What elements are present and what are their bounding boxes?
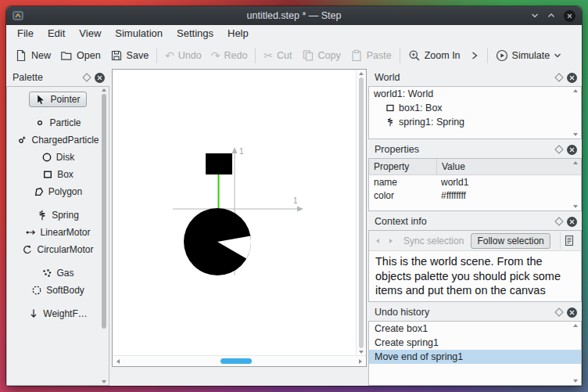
panel-close-icon[interactable] bbox=[95, 73, 105, 83]
scrollbar-track[interactable] bbox=[124, 358, 355, 364]
world-scrollbar[interactable] bbox=[572, 89, 579, 136]
tree-item-world1[interactable]: world1: World bbox=[369, 87, 581, 101]
palette-item-chargedparticle[interactable]: ChargedParticle bbox=[10, 132, 105, 148]
scroll-down-icon[interactable] bbox=[573, 205, 578, 208]
sync-selection-button[interactable]: Sync selection bbox=[399, 234, 468, 248]
menu-help[interactable]: Help bbox=[220, 25, 256, 42]
new-button[interactable]: New bbox=[10, 47, 56, 64]
simulation-canvas[interactable]: 1 1 bbox=[112, 69, 367, 367]
spring-icon bbox=[385, 117, 395, 127]
tree-item-box1[interactable]: box1: Box bbox=[369, 101, 581, 115]
property-value[interactable]: world1 bbox=[436, 177, 581, 188]
forward-button[interactable] bbox=[385, 239, 396, 243]
scroll-up-icon[interactable] bbox=[573, 89, 578, 92]
follow-selection-button[interactable]: Follow selection bbox=[471, 233, 550, 249]
simulate-button[interactable]: Simulate bbox=[491, 47, 567, 64]
palette-body: Pointer Particle ChargedParticle bbox=[6, 86, 109, 386]
scroll-up-icon[interactable] bbox=[359, 72, 364, 75]
panel-float-icon[interactable] bbox=[554, 145, 563, 153]
undo-item-create-box1[interactable]: Create box1 bbox=[369, 322, 581, 336]
panel-float-icon[interactable] bbox=[554, 307, 563, 316]
panel-close-icon[interactable] bbox=[567, 73, 577, 83]
main-area: Palette Pointer Partic bbox=[6, 69, 582, 386]
column-header-property[interactable]: Property bbox=[369, 159, 437, 174]
undo-item-create-spring1[interactable]: Create spring1 bbox=[369, 336, 581, 350]
panel-float-icon[interactable] bbox=[554, 217, 563, 225]
menu-simulation[interactable]: Simulation bbox=[108, 25, 170, 42]
chevron-left-icon bbox=[376, 239, 379, 243]
palette-scrollbar[interactable] bbox=[99, 88, 108, 383]
undo-history-scrollbar[interactable] bbox=[572, 324, 579, 383]
scroll-up-icon[interactable] bbox=[573, 161, 578, 164]
palette-item-spring[interactable]: Spring bbox=[30, 207, 85, 223]
palette-item-disk[interactable]: Disk bbox=[35, 149, 81, 165]
panel-float-icon[interactable] bbox=[554, 73, 563, 81]
property-row-name[interactable]: name world1 bbox=[369, 175, 581, 189]
minimize-icon[interactable] bbox=[531, 13, 539, 19]
properties-table-header[interactable]: Property Value bbox=[369, 159, 581, 175]
menu-settings[interactable]: Settings bbox=[170, 25, 220, 42]
panel-close-icon[interactable] bbox=[567, 307, 577, 318]
tree-item-label: box1: Box bbox=[399, 102, 443, 113]
redo-button[interactable]: ↷ Redo bbox=[206, 48, 253, 63]
scroll-left-icon[interactable] bbox=[117, 359, 120, 364]
menu-view[interactable]: View bbox=[72, 25, 108, 42]
open-button[interactable]: Open bbox=[56, 47, 106, 64]
property-value[interactable]: #ffffffff bbox=[436, 190, 581, 201]
canvas-horizontal-scrollbar[interactable] bbox=[113, 355, 366, 366]
tree-item-spring1[interactable]: spring1: Spring bbox=[369, 115, 581, 129]
box1-shape[interactable] bbox=[206, 153, 232, 174]
canvas-vertical-scrollbar[interactable] bbox=[356, 70, 366, 356]
panel-close-icon[interactable] bbox=[567, 217, 577, 227]
scroll-right-icon[interactable] bbox=[359, 359, 362, 364]
property-row-color[interactable]: color #ffffffff bbox=[369, 189, 581, 202]
panel-close-icon[interactable] bbox=[567, 145, 577, 155]
palette-item-polygon[interactable]: Polygon bbox=[27, 184, 88, 200]
palette-item-label: Particle bbox=[49, 117, 81, 128]
copy-button[interactable]: Copy bbox=[297, 47, 346, 64]
properties-scrollbar[interactable] bbox=[572, 161, 579, 208]
palette-panel: Palette Pointer Partic bbox=[6, 69, 109, 386]
palette-item-softbody[interactable]: SoftBody bbox=[25, 282, 91, 298]
step-window: untitled.step * — Step File Edit View Si… bbox=[6, 6, 582, 386]
properties-title: Properties bbox=[375, 144, 551, 155]
palette-item-box[interactable]: Box bbox=[36, 167, 80, 182]
paste-label: Paste bbox=[367, 50, 392, 61]
properties-table: Property Value name world1 color #ffffff… bbox=[368, 158, 582, 211]
toolbar-overflow-button[interactable] bbox=[465, 48, 484, 63]
palette-item-pointer[interactable]: Pointer bbox=[29, 92, 86, 107]
help-document-button[interactable] bbox=[560, 232, 578, 249]
palette-item-particle[interactable]: Particle bbox=[28, 115, 87, 131]
scrollbar-thumb[interactable] bbox=[359, 77, 364, 348]
palette-item-gas[interactable]: Gas bbox=[35, 265, 80, 281]
scrollbar-thumb[interactable] bbox=[220, 358, 252, 364]
menu-edit[interactable]: Edit bbox=[41, 25, 72, 42]
disk-shape[interactable] bbox=[184, 208, 251, 275]
column-header-value[interactable]: Value bbox=[437, 159, 581, 174]
scroll-down-icon[interactable] bbox=[359, 351, 364, 354]
titlebar[interactable]: untitled.step * — Step bbox=[6, 6, 582, 25]
menubar: File Edit View Simulation Settings Help bbox=[6, 25, 582, 42]
close-icon[interactable] bbox=[564, 10, 575, 22]
toolbar: New Open Save ↶ Undo ↷ Redo ✂ Cut bbox=[6, 42, 582, 69]
polygon-icon bbox=[34, 186, 45, 197]
scroll-up-icon[interactable] bbox=[102, 88, 106, 92]
scroll-down-icon[interactable] bbox=[102, 380, 106, 383]
undo-item-move-end-of-spring1[interactable]: Move end of spring1 bbox=[369, 350, 581, 364]
zoom-in-button[interactable]: Zoom In bbox=[403, 47, 465, 64]
scroll-down-icon[interactable] bbox=[573, 379, 578, 383]
panel-float-icon[interactable] bbox=[82, 73, 91, 81]
maximize-icon[interactable] bbox=[547, 13, 555, 19]
back-button[interactable] bbox=[372, 239, 383, 243]
palette-item-linearmotor[interactable]: LinearMotor bbox=[19, 225, 96, 240]
scrollbar-thumb[interactable] bbox=[102, 94, 106, 329]
undo-button[interactable]: ↶ Undo bbox=[160, 48, 206, 63]
palette-item-circularmotor[interactable]: CircularMotor bbox=[16, 242, 99, 257]
cut-button[interactable]: ✂ Cut bbox=[259, 48, 296, 63]
save-button[interactable]: Save bbox=[106, 47, 154, 64]
menu-file[interactable]: File bbox=[10, 25, 41, 42]
scroll-up-icon[interactable] bbox=[573, 324, 578, 327]
scroll-down-icon[interactable] bbox=[573, 133, 578, 136]
paste-button[interactable]: Paste bbox=[346, 47, 396, 64]
palette-item-weightforce[interactable]: WeightF… bbox=[22, 306, 93, 322]
